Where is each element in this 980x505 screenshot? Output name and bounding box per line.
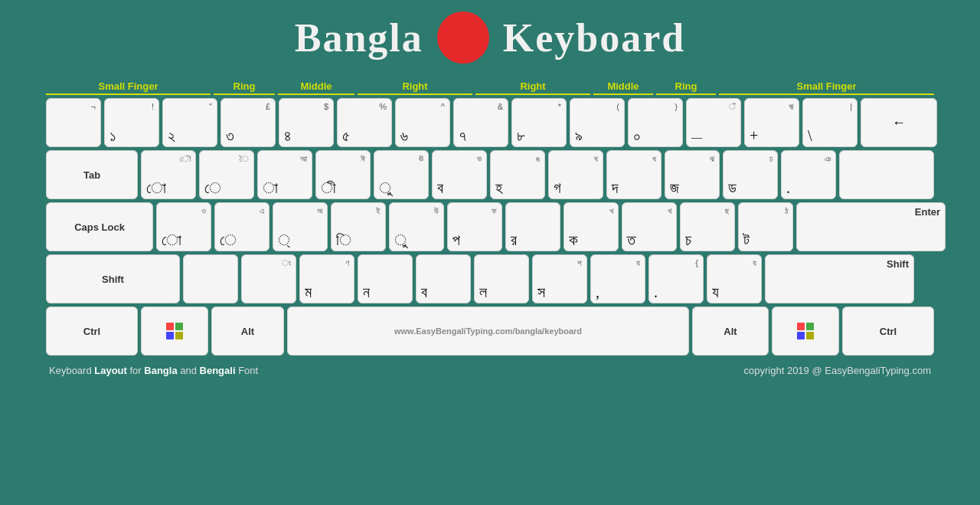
finger-right-left: Right	[358, 79, 472, 95]
title-left: Bangla	[295, 15, 423, 61]
key-w[interactable]: ৈ ে	[199, 150, 254, 199]
key-z[interactable]	[183, 254, 238, 303]
footer-right: copyright 2019 @ EasyBengaliTyping.com	[744, 365, 931, 376]
key-tab[interactable]: Tab	[46, 150, 138, 199]
key-comma[interactable]: য ,	[590, 254, 645, 303]
key-o[interactable]: ধ দ	[606, 150, 662, 199]
key-l[interactable]: খ ত	[622, 202, 677, 251]
key-d[interactable]: অ ্	[273, 202, 328, 251]
key-minus[interactable]: ঁ —	[686, 98, 741, 147]
finger-middle-left: Middle	[278, 79, 354, 95]
key-a[interactable]: ও ো	[156, 202, 211, 251]
key-e[interactable]: আ া	[257, 150, 312, 199]
finger-ring-right: Ring	[656, 79, 716, 95]
title-right: Keyboard	[503, 15, 685, 61]
key-p[interactable]: ঝ জ	[665, 150, 720, 199]
key-open-bracket[interactable]: ঢ ড	[723, 150, 778, 199]
finger-ring-left: Ring	[214, 79, 275, 95]
key-shift-left[interactable]: Shift	[46, 254, 180, 303]
header: Bangla Keyboard	[295, 11, 686, 64]
asdf-row: Caps Lock ও ো এ ে অ ্ ই ি উ ু ফ প র	[46, 202, 934, 251]
key-alt-right[interactable]: Alt	[692, 307, 769, 356]
key-semicolon[interactable]: ছ চ	[680, 202, 735, 251]
key-win-right[interactable]	[772, 307, 839, 356]
key-k[interactable]: খ ক	[564, 202, 619, 251]
key-g[interactable]: উ ু	[389, 202, 444, 251]
flag-icon	[437, 11, 489, 64]
key-t[interactable]: ঊ ু	[374, 150, 429, 199]
key-q[interactable]: ৌ ো	[141, 150, 196, 199]
key-capslock[interactable]: Caps Lock	[46, 202, 153, 251]
key-hash[interactable]: | \	[802, 98, 858, 147]
key-y[interactable]: ভ ব	[432, 150, 487, 199]
footer-left: Keyboard Layout for Bangla and Bengali F…	[49, 365, 258, 376]
key-close-bracket[interactable]: ঞ .	[781, 150, 836, 199]
key-period[interactable]: { .	[648, 254, 704, 303]
key-m[interactable]: শ স	[532, 254, 587, 303]
key-v[interactable]: ন	[358, 254, 413, 303]
finger-right-right: Right	[475, 79, 590, 95]
key-0[interactable]: ) ০	[628, 98, 683, 147]
key-c[interactable]: ণ ম	[299, 254, 354, 303]
keyboard: ¬ ‌ ! ১ " ২ £ ৩ $ ৪ % ৫ ^ ৬ & ৭	[46, 98, 934, 356]
key-5[interactable]: % ৫	[337, 98, 392, 147]
key-shift-right[interactable]: Shift	[765, 254, 914, 303]
finger-labels-row: Small Finger Ring Middle Right Right Mid…	[46, 79, 934, 95]
key-r[interactable]: ঈ ী	[315, 150, 371, 199]
key-backtick[interactable]: ¬ ‌	[46, 98, 101, 147]
key-space[interactable]: www.EasyBengaliTyping.com/bangla/keyboar…	[287, 307, 689, 356]
key-8[interactable]: * ৮	[511, 98, 567, 147]
windows-icon-right	[797, 323, 814, 339]
key-win-left[interactable]	[141, 307, 208, 356]
key-b[interactable]: ব	[416, 254, 471, 303]
bottom-row: Ctrl Alt www.EasyBengaliTyping.com/bangl…	[46, 307, 934, 356]
finger-middle-right: Middle	[593, 79, 653, 95]
finger-small-finger-left: Small Finger	[46, 79, 211, 95]
footer: Keyboard Layout for Bangla and Bengali F…	[46, 365, 934, 376]
key-3[interactable]: £ ৩	[220, 98, 276, 147]
key-slash[interactable]: য য	[707, 254, 762, 303]
key-4[interactable]: $ ৪	[279, 98, 334, 147]
key-ctrl-left[interactable]: Ctrl	[46, 307, 138, 356]
key-enter[interactable]	[839, 150, 934, 199]
key-h[interactable]: ফ প	[447, 202, 502, 251]
finger-small-finger-right: Small Finger	[719, 79, 934, 95]
key-7[interactable]: & ৭	[453, 98, 508, 147]
number-row: ¬ ‌ ! ১ " ২ £ ৩ $ ৪ % ৫ ^ ৬ & ৭	[46, 98, 934, 147]
key-f[interactable]: ই ি	[331, 202, 386, 251]
zxcv-row: Shift ং ণ ম ন ব ল শ স	[46, 254, 934, 303]
key-alt-left[interactable]: Alt	[211, 307, 284, 356]
key-j[interactable]: র	[505, 202, 560, 251]
key-enter-bottom[interactable]: Enter	[796, 202, 946, 251]
windows-icon-left	[166, 323, 183, 339]
key-x[interactable]: ং	[241, 254, 296, 303]
key-2[interactable]: " ২	[162, 98, 217, 147]
key-s[interactable]: এ ে	[214, 202, 270, 251]
key-1[interactable]: ! ১	[104, 98, 159, 147]
key-9[interactable]: ( ৯	[570, 98, 625, 147]
key-i[interactable]: ঘ গ	[548, 150, 603, 199]
key-backspace[interactable]: ←	[861, 98, 937, 147]
key-6[interactable]: ^ ৬	[395, 98, 450, 147]
key-apostrophe[interactable]: ঠ ট	[738, 202, 793, 251]
key-ctrl-right[interactable]: Ctrl	[842, 307, 934, 356]
key-u[interactable]: ঙ হ	[490, 150, 545, 199]
qwerty-row: Tab ৌ ো ৈ ে আ া ঈ ী ঊ ু ভ ব ঙ হ	[46, 150, 934, 199]
key-n[interactable]: ল	[474, 254, 529, 303]
key-equals[interactable]: ঋ +	[744, 98, 799, 147]
